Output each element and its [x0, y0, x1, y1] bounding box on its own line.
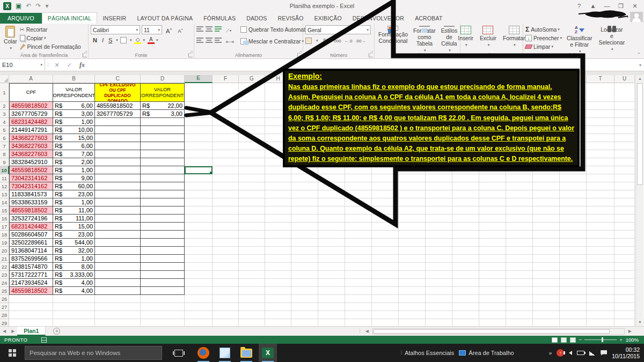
- cell-B11[interactable]: R$9,00: [53, 174, 95, 182]
- cell-B24[interactable]: R$4,00: [53, 279, 95, 287]
- increase-decimal-icon[interactable]: ←.0: [345, 39, 353, 43]
- row-header-5[interactable]: 5: [0, 126, 9, 134]
- collapse-ribbon-icon[interactable]: ⌃: [636, 52, 641, 57]
- cell-T20[interactable]: [587, 247, 614, 255]
- cell-K15[interactable]: [345, 206, 372, 215]
- cell-D10[interactable]: [141, 166, 185, 174]
- cell-N17[interactable]: [426, 223, 452, 231]
- cell-F13[interactable]: [213, 190, 239, 198]
- taskbar-excel-button[interactable]: X: [259, 344, 277, 362]
- cell-H22[interactable]: [265, 263, 291, 271]
- cell-C9[interactable]: [95, 158, 141, 166]
- format-as-table-button[interactable]: Formatar como Tabela▾: [412, 25, 437, 51]
- cell-G19[interactable]: [239, 239, 265, 247]
- cell-S26[interactable]: [560, 295, 587, 303]
- cell-F2[interactable]: [213, 102, 239, 110]
- cell-H25[interactable]: [265, 287, 291, 295]
- cell-B20[interactable]: R$32,00: [53, 247, 95, 255]
- cell-D19[interactable]: [141, 239, 185, 247]
- cell-P11[interactable]: [479, 174, 506, 182]
- cell-D12[interactable]: [141, 182, 185, 190]
- column-header-D[interactable]: D: [141, 75, 185, 83]
- align-center-icon[interactable]: [206, 38, 213, 43]
- cell-G24[interactable]: [239, 279, 265, 287]
- cell-P26[interactable]: [479, 295, 506, 303]
- cell-U5[interactable]: [614, 126, 635, 134]
- cell-I13[interactable]: [291, 190, 318, 198]
- number-dialog-launcher-icon[interactable]: [369, 53, 373, 57]
- insert-function-icon[interactable]: fx: [76, 61, 89, 69]
- cell-A7[interactable]: 34368227603: [9, 142, 53, 150]
- cell-M12[interactable]: [399, 182, 426, 190]
- cell-F15[interactable]: [213, 206, 239, 215]
- row-header-7[interactable]: 7: [0, 142, 9, 150]
- cell-Q29[interactable]: [506, 319, 533, 326]
- cell-B9[interactable]: R$2,00: [53, 158, 95, 166]
- hscroll-right-icon[interactable]: ▶: [626, 329, 634, 334]
- align-middle-icon[interactable]: [206, 26, 213, 32]
- cell-D25[interactable]: [141, 287, 185, 295]
- cell-A12[interactable]: 73042314162: [9, 182, 53, 190]
- cell-U6[interactable]: [614, 134, 635, 142]
- cell-H18[interactable]: [265, 231, 291, 239]
- cell-D1[interactable]: VALOR CORRESPONDENTE: [141, 83, 185, 102]
- cell-C10[interactable]: [95, 166, 141, 174]
- cell-T28[interactable]: [587, 311, 614, 319]
- cell-L22[interactable]: [372, 263, 399, 271]
- cell-T29[interactable]: [587, 319, 614, 326]
- font-color-icon[interactable]: A: [148, 36, 155, 44]
- cell-C26[interactable]: [95, 295, 141, 303]
- cell-U11[interactable]: [614, 174, 635, 182]
- cell-G13[interactable]: [239, 190, 265, 198]
- row-header-12[interactable]: 12: [0, 182, 9, 190]
- cell-T12[interactable]: [587, 182, 614, 190]
- cell-L27[interactable]: [372, 303, 399, 311]
- cell-D5[interactable]: [141, 126, 185, 134]
- cell-A11[interactable]: 73042314162: [9, 174, 53, 182]
- cell-E29[interactable]: [185, 319, 213, 326]
- cell-D14[interactable]: [141, 198, 185, 206]
- cell-I27[interactable]: [291, 303, 318, 311]
- cell-K11[interactable]: [345, 174, 372, 182]
- cell-H20[interactable]: [265, 247, 291, 255]
- restore-button[interactable]: ❐: [615, 3, 627, 10]
- formula-bar-expand-icon[interactable]: ▾: [639, 63, 644, 68]
- cell-K26[interactable]: [345, 295, 372, 303]
- cell-P14[interactable]: [479, 198, 506, 206]
- cell-T18[interactable]: [587, 231, 614, 239]
- cell-A10[interactable]: 48559818502: [9, 166, 53, 174]
- cell-I28[interactable]: [291, 311, 318, 319]
- cell-U22[interactable]: [614, 263, 635, 271]
- cell-J13[interactable]: [318, 190, 345, 198]
- cell-G12[interactable]: [239, 182, 265, 190]
- cell-N26[interactable]: [426, 295, 452, 303]
- taskbar-notepad-button[interactable]: [216, 344, 234, 362]
- cell-A4[interactable]: 68231424482: [9, 118, 53, 126]
- cell-E18[interactable]: [185, 231, 213, 239]
- cell-J10[interactable]: [318, 166, 345, 174]
- cell-D7[interactable]: [141, 142, 185, 150]
- cell-B17[interactable]: R$15,00: [53, 223, 95, 231]
- cell-B1[interactable]: VALOR CORRESPONDENTE: [53, 83, 95, 102]
- orientation-icon[interactable]: ⟋▾: [224, 26, 234, 35]
- column-header-B[interactable]: B: [53, 75, 95, 83]
- cell-S22[interactable]: [560, 263, 587, 271]
- cell-E13[interactable]: [185, 190, 213, 198]
- cell-M25[interactable]: [399, 287, 426, 295]
- cell-I17[interactable]: [291, 223, 318, 231]
- cell-F16[interactable]: [213, 215, 239, 223]
- cell-K16[interactable]: [345, 215, 372, 223]
- ribbon-tab-dados[interactable]: DADOS: [241, 13, 272, 24]
- cell-F27[interactable]: [213, 303, 239, 311]
- ribbon-tab-exibição[interactable]: EXIBIÇÃO: [309, 13, 347, 24]
- cell-B28[interactable]: [53, 311, 95, 319]
- cell-B12[interactable]: R$60,00: [53, 182, 95, 190]
- cell-G26[interactable]: [239, 295, 265, 303]
- cell-T3[interactable]: [587, 110, 614, 118]
- alignment-dialog-launcher-icon[interactable]: [297, 53, 302, 57]
- cell-G8[interactable]: [239, 150, 265, 158]
- cell-E24[interactable]: [185, 279, 213, 287]
- cell-N10[interactable]: [426, 166, 452, 174]
- cell-E28[interactable]: [185, 311, 213, 319]
- cell-L16[interactable]: [372, 215, 399, 223]
